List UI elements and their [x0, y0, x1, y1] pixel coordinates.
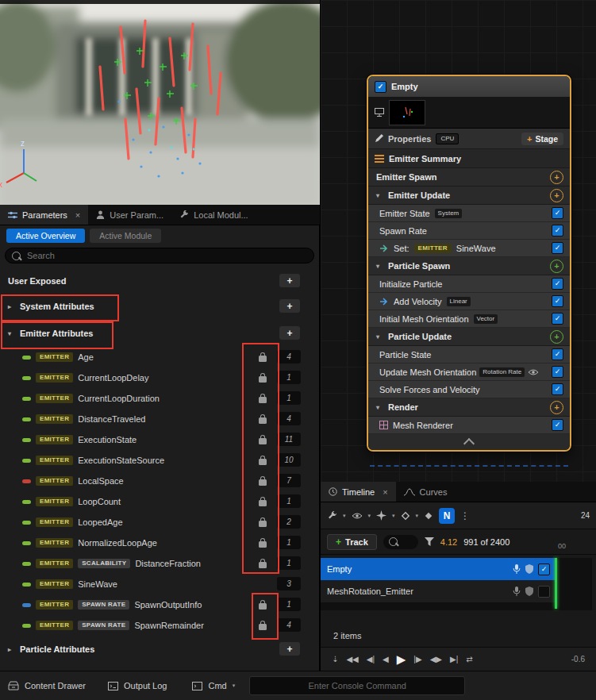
next-key-button[interactable]: ◀▶	[430, 655, 442, 663]
add-module-button[interactable]: +	[550, 330, 563, 344]
parameter-row[interactable]: EMITTER CurrentLoopDuration 1	[0, 388, 320, 409]
close-icon[interactable]: ×	[75, 210, 80, 220]
emitter-node-header[interactable]: ✓ Empty	[368, 76, 570, 97]
mic-icon[interactable]	[513, 587, 521, 596]
parameter-row[interactable]: EMITTER NormalizedLoopAge 1	[0, 533, 320, 553]
section-emitter-attributes[interactable]: ▾ Emitter Attributes +	[0, 322, 320, 344]
playhead-marker[interactable]	[555, 558, 557, 609]
content-drawer-button[interactable]: Content Drawer	[8, 681, 86, 690]
add-track-button[interactable]: + Track	[327, 534, 377, 550]
chevron-down-icon[interactable]: ▾	[376, 263, 383, 270]
chevron-down-icon[interactable]: ▾	[376, 192, 383, 199]
add-renderer-button[interactable]: +	[550, 401, 563, 414]
kebab-menu-icon[interactable]: ⋮	[460, 510, 470, 521]
jump-to-end-button[interactable]: ▶|	[450, 655, 458, 663]
properties-row[interactable]: Properties CPU + Stage	[368, 129, 570, 149]
parameter-search[interactable]	[5, 248, 314, 263]
parameter-row[interactable]: EMITTER CurrentLoopDelay 1	[0, 367, 320, 388]
add-module-button[interactable]: +	[550, 171, 563, 184]
keyframe-solid-icon[interactable]	[424, 511, 433, 521]
module-initial-mesh-orientation[interactable]: Initial Mesh Orientation Vector ✓	[368, 310, 570, 328]
output-log-button[interactable]: Output Log	[108, 681, 167, 690]
module-enabled-checkbox[interactable]: ✓	[552, 366, 563, 378]
node-collapse-button[interactable]	[368, 434, 570, 450]
filter-icon[interactable]	[425, 537, 434, 546]
module-set-sinewave[interactable]: Set: EMITTER SineWave ✓	[368, 240, 570, 257]
wrench-icon[interactable]	[327, 510, 337, 521]
module-emitter-state[interactable]: Emitter State System ✓	[368, 205, 570, 222]
parameter-row[interactable]: EMITTER ExecutionStateSource 10	[0, 450, 320, 471]
parameter-row[interactable]: EMITTER LoopCount 1	[0, 491, 320, 512]
track-row-meshrotation[interactable]: MeshRotation_Emitter	[321, 580, 556, 602]
chevron-down-icon[interactable]: ▾	[343, 513, 346, 519]
add-module-button[interactable]: +	[550, 260, 563, 273]
parameter-row[interactable]: EMITTER SPAWN RATE SpawnOutputInfo 1	[0, 594, 320, 615]
jump-to-start-button[interactable]: ◀◀	[346, 655, 358, 663]
parameter-row[interactable]: EMITTER DistanceTraveled 4	[0, 409, 320, 429]
add-stage-button[interactable]: + Stage	[521, 133, 563, 145]
chevron-down-icon[interactable]: ▾	[368, 513, 371, 519]
module-enabled-checkbox[interactable]: ✓	[552, 242, 563, 254]
chevron-down-icon[interactable]: ▾	[376, 404, 383, 411]
close-icon[interactable]: ×	[383, 487, 387, 497]
active-module-button[interactable]: Active Module	[90, 229, 161, 243]
emitter-node-empty[interactable]: ✓ Empty Properties CPU + Stage E	[367, 75, 571, 452]
keyframe-diamond-icon[interactable]	[401, 511, 410, 521]
play-button[interactable]: ▶	[397, 652, 406, 667]
emitter-enabled-checkbox[interactable]: ✓	[375, 81, 386, 93]
module-update-mesh-orientation[interactable]: Update Mesh Orientation Rotation Rate ✓	[368, 363, 570, 381]
sparkle-icon[interactable]	[376, 510, 386, 521]
section-system-attributes[interactable]: ▸ System Attributes +	[0, 295, 320, 317]
viewport-preview[interactable]: z x	[0, 0, 320, 205]
module-enabled-checkbox[interactable]: ✓	[552, 278, 563, 290]
module-add-velocity[interactable]: Add Velocity Linear ✓	[368, 293, 570, 310]
add-parameter-button[interactable]: +	[279, 642, 300, 656]
module-enabled-checkbox[interactable]: ✓	[552, 313, 563, 325]
node-graph-canvas[interactable]: ✓ Empty Properties CPU + Stage E	[320, 0, 596, 482]
niagara-mode-button[interactable]: N	[439, 508, 455, 524]
chevron-down-icon[interactable]: ▾	[416, 513, 419, 519]
stage-emitter-spawn[interactable]: Emitter Spawn +	[368, 168, 570, 187]
section-user-exposed[interactable]: User Exposed +	[0, 270, 320, 292]
module-particle-state[interactable]: Particle State ✓	[368, 346, 570, 363]
cmd-dropdown[interactable]: Cmd ▾	[192, 681, 235, 690]
console-command-input[interactable]	[249, 676, 465, 695]
module-initialize-particle[interactable]: Initialize Particle ✓	[368, 275, 570, 293]
loop-button[interactable]: ⇄	[466, 655, 472, 663]
stage-emitter-update[interactable]: ▾ Emitter Update +	[368, 187, 570, 205]
chevron-down-icon[interactable]: ▾	[376, 333, 383, 340]
current-time[interactable]: 4.12	[440, 537, 457, 547]
parameter-row[interactable]: EMITTER SPAWN RATE SpawnRemainder 4	[0, 615, 320, 636]
add-parameter-button[interactable]: +	[279, 274, 300, 287]
track-enabled-checkbox[interactable]: ✓	[538, 563, 550, 575]
eye-icon[interactable]	[528, 368, 539, 376]
module-enabled-checkbox[interactable]: ✓	[552, 348, 563, 360]
tab-local-modules[interactable]: Local Modul...	[171, 205, 256, 225]
module-enabled-checkbox[interactable]: ✓	[552, 225, 563, 237]
parameter-row[interactable]: EMITTER LocalSpace 7	[0, 471, 320, 491]
add-parameter-button[interactable]: +	[279, 326, 300, 340]
chevron-right-icon[interactable]: ▸	[8, 646, 15, 653]
emitter-thumbnail[interactable]	[389, 100, 425, 125]
emitter-summary-row[interactable]: Emitter Summary	[368, 149, 570, 168]
parameter-row[interactable]: EMITTER ExecutionState 11	[0, 429, 320, 450]
parameter-row[interactable]: EMITTER LoopedAge 2	[0, 512, 320, 533]
add-module-button[interactable]: +	[550, 189, 563, 202]
search-input[interactable]	[25, 250, 307, 261]
track-row-empty[interactable]: Empty ✓	[321, 558, 556, 580]
chevron-down-icon[interactable]: ▾	[8, 330, 15, 337]
add-parameter-button[interactable]: +	[279, 299, 300, 313]
parameter-row[interactable]: EMITTER SineWave 3	[0, 574, 320, 594]
module-solve-forces[interactable]: Solve Forces and Velocity ✓	[368, 381, 570, 398]
chevron-down-icon[interactable]: ▾	[392, 513, 395, 519]
section-particle-attributes[interactable]: ▸ Particle Attributes +	[0, 638, 320, 660]
stage-particle-update[interactable]: ▾ Particle Update +	[368, 328, 570, 346]
track-search[interactable]	[383, 535, 418, 549]
stage-particle-spawn[interactable]: ▾ Particle Spawn +	[368, 257, 570, 275]
tab-parameters[interactable]: Parameters ×	[0, 205, 88, 225]
step-forward-button[interactable]: |▶	[413, 655, 421, 663]
tab-user-parameters[interactable]: User Param...	[88, 205, 171, 225]
module-mesh-renderer[interactable]: Mesh Renderer ✓	[368, 417, 570, 434]
module-enabled-checkbox[interactable]: ✓	[552, 383, 563, 395]
play-reverse-button[interactable]: ◀	[383, 655, 389, 663]
